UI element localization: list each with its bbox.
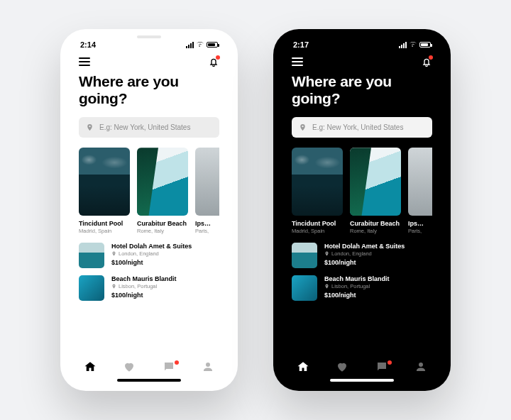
destination-sub: Rome, Italy xyxy=(350,228,401,234)
tab-profile[interactable] xyxy=(194,360,222,373)
notch xyxy=(106,29,192,45)
tab-chat[interactable] xyxy=(368,360,396,373)
battery-icon xyxy=(419,42,431,48)
hotel-location: London, England xyxy=(111,250,192,257)
content: Where are you going? E.g: New York, Unit… xyxy=(280,70,444,355)
screen: 2:17 Where are you going? E.g: New York,… xyxy=(280,36,444,384)
destination-image xyxy=(350,148,401,216)
location-pin-icon xyxy=(324,251,329,256)
notification-dot xyxy=(388,360,392,365)
hotel-price: $100/night xyxy=(324,292,390,299)
destination-card[interactable]: Ipsum Paris, xyxy=(195,148,214,234)
home-indicator xyxy=(117,379,181,382)
destination-card[interactable]: Curabitur Beach Rome, Italy xyxy=(137,148,188,234)
notch xyxy=(319,29,405,45)
hotel-thumb xyxy=(79,275,104,301)
destination-sub: Madrid, Spain xyxy=(79,228,130,234)
top-bar xyxy=(280,49,444,70)
destination-scroller[interactable]: Tincidunt Pool Madrid, Spain Curabitur B… xyxy=(292,148,432,234)
destination-card[interactable]: Tincidunt Pool Madrid, Spain xyxy=(79,148,130,234)
tab-bar xyxy=(280,355,444,376)
list-item[interactable]: Beach Mauris Blandit Lisbon, Portugal $1… xyxy=(79,275,219,301)
wifi-icon xyxy=(409,42,417,48)
destination-title: Curabitur Beach xyxy=(350,220,401,227)
search-placeholder: E.g: New York, United States xyxy=(312,123,403,131)
battery-icon xyxy=(207,42,218,48)
destination-title: Ipsum xyxy=(408,220,427,227)
destination-image xyxy=(137,148,188,216)
content: Where are you going? E.g: New York, Unit… xyxy=(67,70,231,355)
hotel-price: $100/night xyxy=(324,259,405,266)
notification-dot xyxy=(175,360,179,365)
page-title: Where are you going? xyxy=(79,73,219,107)
status-time: 2:17 xyxy=(293,40,309,49)
destination-card[interactable]: Tincidunt Pool Madrid, Spain xyxy=(292,148,343,234)
hotel-thumb xyxy=(79,243,104,268)
hotel-price: $100/night xyxy=(111,292,177,299)
destination-image xyxy=(79,148,130,216)
tab-favorites[interactable] xyxy=(115,360,143,373)
destination-image xyxy=(195,148,219,216)
hotel-thumb xyxy=(292,243,317,268)
location-pin-icon xyxy=(324,284,329,289)
destination-title: Tincidunt Pool xyxy=(292,220,343,227)
list-item[interactable]: Hotel Dolah Amet & Suites London, Englan… xyxy=(292,243,432,268)
tab-profile[interactable] xyxy=(407,360,435,373)
destination-scroller[interactable]: Tincidunt Pool Madrid, Spain Curabitur B… xyxy=(79,148,219,234)
notifications-button[interactable] xyxy=(421,56,432,67)
hotel-name: Hotel Dolah Amet & Suites xyxy=(324,243,405,250)
top-bar xyxy=(67,49,231,70)
phone-light: 2:14 Where are you going? E.g: New York,… xyxy=(60,29,238,391)
location-pin-icon xyxy=(111,251,116,256)
destination-sub: Madrid, Spain xyxy=(292,228,343,234)
hotel-list: Hotel Dolah Amet & Suites London, Englan… xyxy=(79,243,219,301)
search-input[interactable]: E.g: New York, United States xyxy=(79,117,219,138)
notifications-button[interactable] xyxy=(208,56,219,67)
search-input[interactable]: E.g: New York, United States xyxy=(292,117,432,138)
destination-sub: Paris, xyxy=(408,228,427,234)
hotel-name: Beach Mauris Blandit xyxy=(111,275,177,282)
status-time: 2:14 xyxy=(80,40,96,49)
location-pin-icon xyxy=(111,284,116,289)
location-pin-icon xyxy=(86,123,94,131)
notification-dot xyxy=(429,55,433,60)
list-item[interactable]: Beach Mauris Blandit Lisbon, Portugal $1… xyxy=(292,275,432,301)
destination-image xyxy=(408,148,432,216)
wifi-icon xyxy=(196,42,204,48)
hotel-price: $100/night xyxy=(111,259,192,266)
notification-dot xyxy=(216,55,220,60)
hotel-location: Lisbon, Portugal xyxy=(324,283,390,289)
destination-sub: Rome, Italy xyxy=(137,228,188,234)
tab-home[interactable] xyxy=(76,360,104,373)
hotel-thumb xyxy=(292,275,317,301)
search-placeholder: E.g: New York, United States xyxy=(99,123,190,131)
tab-chat[interactable] xyxy=(155,360,183,373)
destination-card[interactable]: Ipsum Paris, xyxy=(408,148,427,234)
destination-image xyxy=(292,148,343,216)
destination-card[interactable]: Curabitur Beach Rome, Italy xyxy=(350,148,401,234)
destination-title: Tincidunt Pool xyxy=(79,220,130,227)
page-title: Where are you going? xyxy=(292,73,432,107)
location-pin-icon xyxy=(299,123,307,131)
list-item[interactable]: Hotel Dolah Amet & Suites London, Englan… xyxy=(79,243,219,268)
screen: 2:14 Where are you going? E.g: New York,… xyxy=(67,36,231,384)
hotel-name: Hotel Dolah Amet & Suites xyxy=(111,243,192,250)
menu-button[interactable] xyxy=(79,57,90,66)
hotel-name: Beach Mauris Blandit xyxy=(324,275,390,282)
destination-title: Ipsum xyxy=(195,220,214,227)
hotel-location: London, England xyxy=(324,250,405,257)
phone-dark: 2:17 Where are you going? E.g: New York,… xyxy=(273,29,451,391)
tab-home[interactable] xyxy=(289,360,317,373)
home-indicator xyxy=(330,379,394,382)
menu-button[interactable] xyxy=(292,57,303,66)
tab-bar xyxy=(67,355,231,376)
hotel-location: Lisbon, Portugal xyxy=(111,283,177,289)
hotel-list: Hotel Dolah Amet & Suites London, Englan… xyxy=(292,243,432,301)
tab-favorites[interactable] xyxy=(328,360,356,373)
destination-sub: Paris, xyxy=(195,228,214,234)
destination-title: Curabitur Beach xyxy=(137,220,188,227)
